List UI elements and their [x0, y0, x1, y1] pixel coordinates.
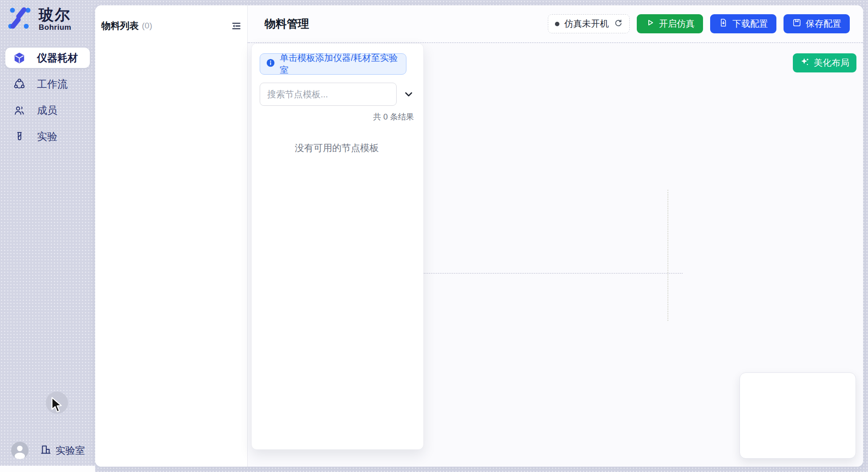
sidebar-item-label: 工作流 [37, 77, 68, 91]
canvas-guide-horizontal [424, 273, 683, 274]
empty-template-message: 没有可用的节点模板 [260, 142, 414, 154]
sidebar-item-workflow[interactable]: 工作流 [5, 74, 90, 94]
members-icon [13, 104, 25, 116]
page-title: 物料管理 [265, 16, 309, 31]
sidebar: 玻尔 Bohrium 仪器耗材 工作流 [0, 0, 95, 472]
sidebar-item-label: 实验 [37, 130, 57, 144]
beautify-layout-button[interactable]: 美化布局 [793, 53, 856, 72]
download-config-button[interactable]: 下载配置 [710, 14, 776, 33]
sidebar-nav: 仪器耗材 工作流 成员 [5, 48, 90, 152]
lab-label: 实验室 [56, 444, 85, 457]
save-config-button[interactable]: 保存配置 [784, 14, 850, 33]
results-count: 共 0 条结果 [260, 112, 414, 122]
materials-panel-title: 物料列表 [101, 20, 139, 32]
search-template-input[interactable] [260, 83, 397, 106]
user-avatar[interactable] [11, 442, 28, 459]
simulation-status-pill[interactable]: 仿真未开机 [548, 14, 630, 33]
cube-icon [13, 52, 25, 64]
materials-count: (0) [142, 21, 152, 31]
template-tip-text: 单击模板添加仪器/耗材至实验室 [280, 52, 400, 76]
lab-building-icon [40, 444, 52, 458]
status-dot [555, 22, 559, 26]
info-icon [266, 58, 275, 70]
sidebar-item-members[interactable]: 成员 [5, 100, 90, 120]
canvas-minimap[interactable] [739, 372, 856, 459]
collapse-panel-icon[interactable] [230, 20, 242, 32]
lab-switcher[interactable]: 实验室 [40, 444, 85, 458]
chevron-down-icon[interactable] [403, 89, 414, 100]
status-label: 仿真未开机 [564, 18, 609, 30]
page: { "brand": { "name": "玻尔", "sub": "Bohri… [0, 0, 868, 472]
sparkles-icon [800, 57, 810, 69]
sidebar-item-label: 仪器耗材 [37, 51, 78, 65]
canvas-guide-vertical [667, 190, 668, 321]
experiment-icon [13, 131, 25, 143]
refresh-icon[interactable] [614, 19, 623, 29]
node-template-panel: 单击模板添加仪器/耗材至实验室 共 0 条结果 没有可用的节点模板 [251, 43, 424, 450]
start-simulation-button[interactable]: 开启仿真 [637, 14, 703, 33]
materials-panel: 物料列表 (0) [95, 5, 248, 467]
sidebar-item-experiments[interactable]: 实验 [5, 126, 90, 147]
mouse-cursor [50, 397, 64, 413]
workflow-icon [13, 78, 25, 90]
sidebar-item-instruments[interactable]: 仪器耗材 [5, 48, 90, 68]
brand-name: 玻尔 [39, 7, 71, 23]
template-tip-banner[interactable]: 单击模板添加仪器/耗材至实验室 [260, 53, 406, 75]
lab-canvas[interactable]: 单击模板添加仪器/耗材至实验室 共 0 条结果 没有可用的节点模板 [248, 43, 863, 467]
play-icon [645, 18, 655, 30]
save-icon [792, 18, 802, 30]
header-actions: 仿真未开机 开启仿真 [548, 14, 850, 33]
bohrium-logo-icon [8, 7, 31, 32]
sidebar-item-label: 成员 [37, 104, 57, 117]
brand-subtitle: Bohrium [39, 23, 71, 32]
main-area: 物料管理 仿真未开机 [248, 5, 863, 467]
download-file-icon [719, 18, 728, 30]
brand: 玻尔 Bohrium [8, 7, 71, 32]
bottom-left-strip [0, 466, 95, 472]
content-card: 物料列表 (0) 物料管理 仿真未开机 [95, 5, 863, 467]
main-header: 物料管理 仿真未开机 [248, 5, 863, 43]
